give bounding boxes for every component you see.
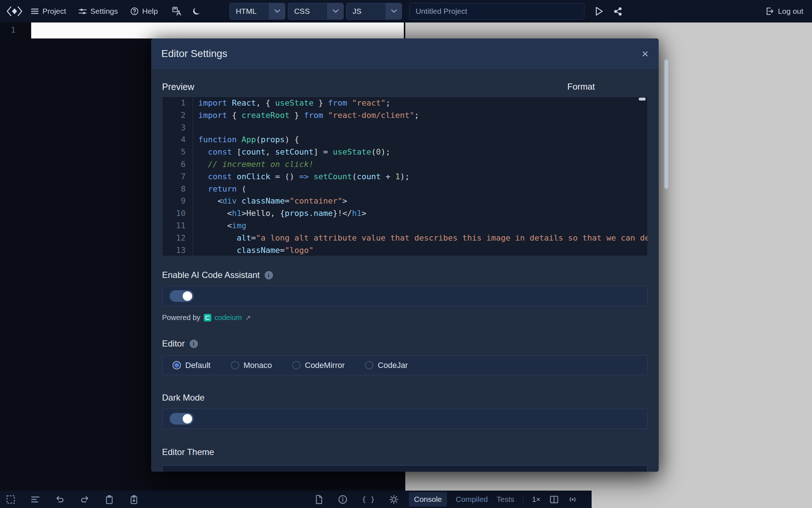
code-lines: 1import React, { useState } from "react"…	[162, 97, 647, 256]
ai-assistant-heading: Enable AI Code Assistant i	[162, 270, 648, 280]
project-menu-button[interactable]: Project	[30, 7, 66, 16]
pane-select-css-label: CSS	[288, 3, 327, 19]
help-icon	[130, 7, 139, 16]
copy-icon[interactable]	[104, 495, 114, 504]
settings-menu-button[interactable]: Settings	[78, 7, 118, 16]
radio-option-codemirror[interactable]: CodeMirror	[292, 361, 345, 370]
radio-option-codejar[interactable]: CodeJar	[365, 361, 408, 370]
app-logo-icon[interactable]	[5, 5, 24, 18]
radio-label: Monaco	[244, 361, 272, 370]
editor-heading: Editor i	[162, 339, 648, 349]
codeium-icon	[204, 314, 211, 321]
utility-tools: { }	[314, 491, 399, 508]
powered-by-row: Powered by codeium ↗	[162, 314, 648, 322]
tab-tests[interactable]: Tests	[497, 495, 514, 504]
help-menu-label: Help	[142, 7, 158, 16]
format-code-icon[interactable]	[30, 495, 40, 504]
ai-assistant-toggle-row	[162, 286, 648, 306]
editor-settings-modal: Editor Settings × Preview Format 1import…	[151, 38, 659, 472]
project-name-input[interactable]	[409, 3, 584, 20]
dark-mode-toggle[interactable]	[170, 413, 194, 425]
radio-selected-icon	[173, 361, 181, 369]
radio-label: CodeMirror	[305, 361, 345, 370]
settings-menu-label: Settings	[90, 7, 118, 16]
top-toolbar: Project Settings Help	[0, 0, 812, 22]
pane-select-css[interactable]: CSS	[288, 3, 344, 20]
close-icon[interactable]: ×	[642, 48, 649, 60]
info-icon[interactable]: i	[265, 271, 273, 279]
radio-option-default[interactable]: Default	[173, 361, 211, 370]
app: 1 Project Setti	[0, 0, 812, 508]
help-menu-button[interactable]: Help	[130, 7, 158, 16]
tab-compiled[interactable]: Compiled	[456, 495, 488, 504]
layout-columns-icon[interactable]	[549, 495, 559, 504]
editor-theme-heading: Editor Theme	[162, 447, 648, 457]
hamburger-icon	[30, 7, 39, 15]
output-tabs: Console Compiled Tests 1×	[409, 491, 577, 508]
bottom-toolbar: { } Console Compiled Tests 1×	[0, 491, 592, 508]
dark-mode-toggle-row	[162, 409, 648, 429]
pane-selectors: HTML CSS JS	[229, 3, 402, 20]
codeium-link[interactable]: codeium	[215, 314, 242, 322]
dark-mode-icon[interactable]	[191, 7, 200, 16]
radio-icon	[231, 361, 239, 369]
radio-icon	[365, 361, 373, 369]
select-region-icon[interactable]	[6, 495, 16, 504]
powered-by-label: Powered by	[162, 314, 200, 322]
pane-select-js-label: JS	[347, 3, 386, 19]
chevron-down-icon	[386, 3, 402, 19]
share-icon[interactable]	[613, 7, 622, 16]
braces-icon[interactable]: { }	[362, 495, 375, 504]
pane-select-html-label: HTML	[230, 3, 269, 19]
editor-theme-select[interactable]	[162, 465, 648, 472]
divider	[523, 495, 523, 504]
radio-icon	[292, 361, 301, 369]
modal-header: Editor Settings ×	[151, 38, 659, 69]
export-file-icon[interactable]	[314, 495, 324, 504]
logout-icon	[766, 7, 774, 16]
editor-theme-label: Editor Theme	[162, 447, 214, 457]
ai-assistant-toggle[interactable]	[170, 290, 194, 302]
info-icon[interactable]	[338, 495, 348, 504]
logout-label: Log out	[778, 7, 803, 16]
html-editor-area[interactable]	[31, 22, 404, 38]
zoom-level[interactable]: 1×	[532, 495, 540, 504]
preview-row: Preview Format	[162, 81, 648, 92]
sliders-icon	[78, 7, 87, 16]
live-broadcast-icon[interactable]	[568, 495, 577, 504]
modal-scrollbar-thumb[interactable]	[664, 60, 668, 189]
paste-icon[interactable]	[129, 495, 139, 504]
code-scrollbar-thumb[interactable]	[639, 98, 646, 101]
radio-option-monaco[interactable]: Monaco	[231, 361, 272, 370]
editor-label: Editor	[162, 339, 185, 349]
dark-mode-heading: Dark Mode	[162, 393, 648, 403]
preview-label: Preview	[162, 82, 194, 92]
chevron-down-icon	[269, 3, 285, 19]
project-menu-label: Project	[42, 7, 66, 16]
editor-line-number: 1	[11, 26, 16, 34]
modal-body: Preview Format 1import React, { useState…	[151, 69, 659, 472]
logout-button[interactable]: Log out	[766, 7, 803, 16]
radio-label: Default	[185, 361, 211, 370]
pane-select-html[interactable]: HTML	[229, 3, 285, 20]
radio-label: CodeJar	[378, 361, 408, 370]
code-preview[interactable]: 1import React, { useState } from "react"…	[162, 97, 648, 256]
toggle-knob	[183, 414, 192, 423]
info-icon[interactable]: i	[190, 340, 198, 348]
run-button[interactable]	[594, 7, 603, 16]
editor-tools	[6, 491, 139, 508]
tab-console[interactable]: Console	[409, 492, 447, 507]
format-button[interactable]: Format	[567, 82, 595, 92]
chevron-down-icon	[327, 3, 343, 19]
modal-title: Editor Settings	[161, 48, 227, 60]
editor-options-row: Default Monaco CodeMirror CodeJar	[162, 355, 648, 375]
undo-icon[interactable]	[55, 495, 65, 504]
pane-select-js[interactable]: JS	[346, 3, 402, 20]
toggle-knob	[183, 291, 192, 301]
gear-icon[interactable]	[389, 495, 399, 504]
redo-icon[interactable]	[80, 495, 90, 504]
dark-mode-label: Dark Mode	[162, 393, 204, 403]
ai-assistant-label: Enable AI Code Assistant	[162, 270, 260, 280]
external-link-icon: ↗	[245, 314, 251, 322]
translate-icon[interactable]	[172, 7, 182, 16]
